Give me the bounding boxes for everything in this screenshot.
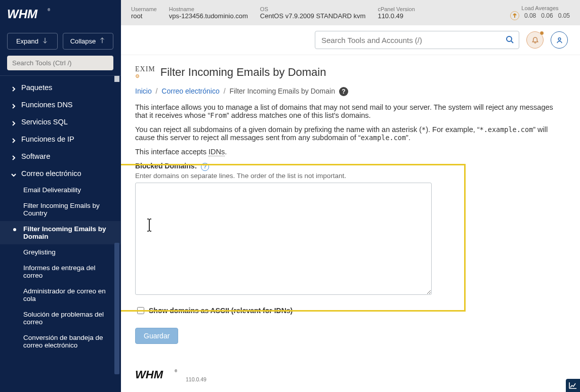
topbar-os: OS CentOS v7.9.2009 STANDARD kvm xyxy=(260,6,366,20)
user-icon xyxy=(556,36,563,44)
intro-paragraph-3: This interface accepts IDNs. xyxy=(135,148,565,156)
intro-paragraph-2: You can reject all subdomains of a given… xyxy=(135,125,565,142)
nav-funciones-dns[interactable]: Funciones DNS xyxy=(0,96,120,113)
nav-sub-filter-country[interactable]: Filter Incoming Emails by Country xyxy=(0,198,120,221)
nav-paquetes[interactable]: Paquetes xyxy=(0,79,120,96)
sidebar-nav: Paquetes Funciones DNS Servicios SQL Fun… xyxy=(0,75,120,392)
scroll-up-arrow-icon[interactable] xyxy=(114,76,119,82)
topbar-cpanel-version: cPanel Version 110.0.49 xyxy=(378,6,415,20)
tool-search[interactable] xyxy=(315,31,519,49)
topbar-hostname: Hostname vps-123456.tudominio.com xyxy=(169,6,248,20)
bell-icon xyxy=(531,36,539,44)
breadcrumb-current: Filter Incoming Emails by Domain xyxy=(229,87,335,95)
logo: WHM® xyxy=(0,0,120,29)
chevron-right-icon xyxy=(11,154,16,159)
load-15: 0.05 xyxy=(558,12,570,19)
save-button[interactable]: Guardar xyxy=(135,328,178,344)
search-icon[interactable] xyxy=(506,35,514,45)
intro-paragraph-1: This interface allows you to manage a li… xyxy=(135,103,565,119)
load-trend-up-icon xyxy=(510,11,519,20)
show-ascii-checkbox[interactable] xyxy=(137,307,144,314)
collapse-button[interactable]: Collapse xyxy=(63,33,113,50)
show-ascii-label[interactable]: Show domains as ASCII (relevant for IDNs… xyxy=(149,307,293,315)
nav-sub-solucion-problemas[interactable]: Solución de problemas del correo xyxy=(0,307,120,330)
nav-funciones-ip[interactable]: Funciones de IP xyxy=(0,130,120,148)
sidebar-search[interactable] xyxy=(7,56,113,70)
blocked-domains-label: Blocked Domains: ? xyxy=(135,162,565,171)
footer-logo: WHM® 110.0.49 xyxy=(135,367,565,382)
svg-text:WHM: WHM xyxy=(7,7,38,21)
svg-text:WHM: WHM xyxy=(135,368,163,381)
tool-search-input[interactable] xyxy=(320,35,506,45)
expand-icon xyxy=(42,37,49,46)
stats-launcher-button[interactable] xyxy=(566,379,580,392)
toolbar xyxy=(121,25,580,55)
svg-point-3 xyxy=(558,37,561,40)
expand-label: Expand xyxy=(16,37,38,45)
chevron-right-icon xyxy=(11,85,16,90)
breadcrumb-home[interactable]: Inicio xyxy=(135,87,152,95)
notifications-button[interactable] xyxy=(526,31,544,49)
chevron-down-icon xyxy=(11,171,16,176)
chart-icon xyxy=(569,382,577,389)
main: Username root Hostname vps-123456.tudomi… xyxy=(121,0,580,392)
nav-sub-conversion-bandeja[interactable]: Conversión de bandeja de correo electrón… xyxy=(0,330,120,353)
chevron-right-icon xyxy=(11,102,16,107)
content: EXIM ⚙ Filter Incoming Emails by Domain … xyxy=(121,55,580,392)
account-button[interactable] xyxy=(551,31,568,49)
nav-sub-greylisting[interactable]: Greylisting xyxy=(0,244,120,260)
load-5: 0.06 xyxy=(541,12,553,19)
nav-sub-informes-entrega[interactable]: Informes de entrega del correo xyxy=(0,260,120,283)
chevron-right-icon xyxy=(11,137,16,142)
idns-abbr[interactable]: IDNs xyxy=(209,148,225,156)
field-help-icon[interactable]: ? xyxy=(201,163,209,171)
breadcrumb-email[interactable]: Correo electrónico xyxy=(161,87,219,95)
load-averages: Load Averages 0.08 0.06 0.05 xyxy=(510,5,570,20)
collapse-icon xyxy=(99,37,106,46)
svg-text:®: ® xyxy=(48,8,51,12)
blocked-domains-form: 5 Blocked Domains: ? Enter domains on se… xyxy=(135,162,565,316)
scroll-thumb[interactable] xyxy=(114,243,119,374)
exim-icon: EXIM ⚙ xyxy=(135,65,155,79)
expand-button[interactable]: Expand xyxy=(7,33,58,50)
nav-sub-admin-cola[interactable]: Administrador de correo en cola xyxy=(0,283,120,307)
svg-point-2 xyxy=(507,36,512,41)
sidebar-search-input[interactable] xyxy=(11,59,111,67)
topbar-username: Username root xyxy=(131,6,157,20)
footer-version: 110.0.49 xyxy=(186,376,206,382)
blocked-domains-textarea[interactable] xyxy=(135,183,432,295)
topbar: Username root Hostname vps-123456.tudomi… xyxy=(121,0,580,25)
nav-servicios-sql[interactable]: Servicios SQL xyxy=(0,113,120,130)
notification-dot-icon xyxy=(540,31,544,35)
breadcrumb: Inicio / Correo electrónico / Filter Inc… xyxy=(135,87,565,96)
sidebar: WHM® Expand Collapse Paquetes Funciones … xyxy=(0,0,121,392)
blocked-domains-hint: Enter domains on separate lines. The ord… xyxy=(135,172,565,180)
load-1: 0.08 xyxy=(524,12,536,19)
help-icon[interactable]: ? xyxy=(339,87,348,96)
nav-sub-email-deliverability[interactable]: Email Deliverability xyxy=(0,182,120,198)
sidebar-scrollbar[interactable] xyxy=(116,76,119,392)
collapse-label: Collapse xyxy=(70,37,96,45)
nav-software[interactable]: Software xyxy=(0,148,120,165)
nav-correo[interactable]: Correo electrónico xyxy=(0,165,120,182)
chevron-right-icon xyxy=(11,119,16,124)
nav-sub-filter-domain[interactable]: Filter Incoming Emails by Domain xyxy=(0,221,120,244)
page-title: Filter Incoming Emails by Domain xyxy=(160,66,326,79)
svg-text:®: ® xyxy=(175,369,178,373)
